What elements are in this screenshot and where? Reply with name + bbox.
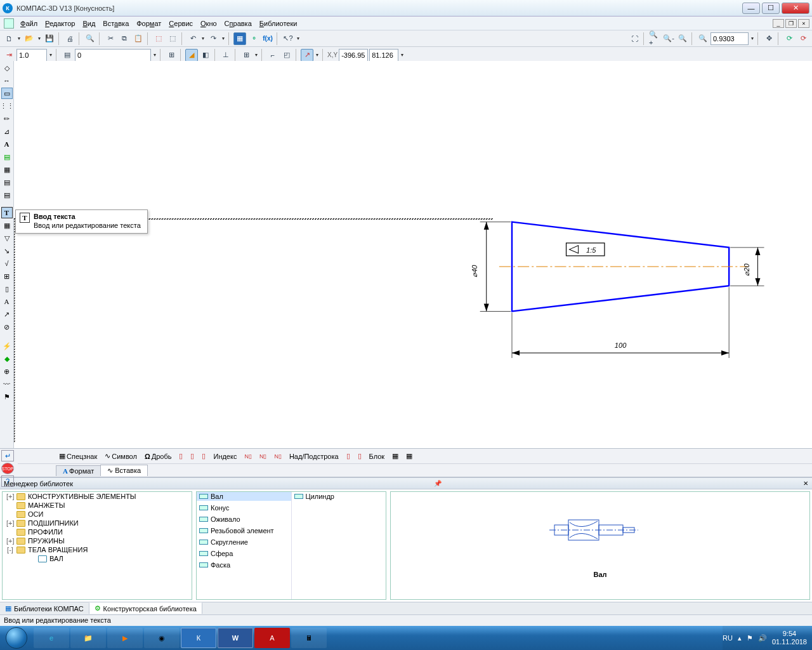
redraw-button[interactable]: ⟳ xyxy=(783,32,796,45)
tree-item[interactable]: ВАЛ xyxy=(3,554,192,563)
mdi-restore[interactable]: ❐ xyxy=(785,19,797,28)
wave-tool-icon[interactable]: 〰 xyxy=(1,378,13,390)
idx-c-icon[interactable]: N▯ xyxy=(271,450,285,463)
save-button[interactable]: 💾 xyxy=(43,32,56,45)
spec-tool-icon[interactable]: ▤ xyxy=(1,176,13,188)
text-input-tool-icon[interactable]: T xyxy=(1,207,13,218)
axis-tool-icon[interactable]: A xyxy=(1,296,13,307)
taskbar-adobe-icon[interactable]: A xyxy=(254,628,290,648)
cut-line-icon[interactable]: ⊘ xyxy=(1,321,13,333)
props-button[interactable]: ⬚ xyxy=(152,32,165,45)
geometry-tool-icon[interactable]: ◇ xyxy=(1,62,13,74)
over-under-button[interactable]: Над/Подстрока xyxy=(286,450,342,463)
rough-tool-icon[interactable]: √ xyxy=(1,258,13,269)
grid-item[interactable]: Резьбовой элемент xyxy=(197,526,291,535)
spec-char-button[interactable]: ▦Спецзнак xyxy=(56,450,100,463)
preview-button[interactable]: 🔍 xyxy=(84,32,96,45)
close-button[interactable]: ✕ xyxy=(782,3,809,14)
zoom-prev-button[interactable]: 🔍 xyxy=(697,32,709,45)
libmgr-close-icon[interactable]: ✕ xyxy=(803,480,808,487)
open-button[interactable]: 📂 xyxy=(23,32,36,45)
grid-item[interactable]: Сфера xyxy=(197,549,291,558)
fx-button[interactable]: f(x) xyxy=(261,32,274,45)
drawing-canvas[interactable]: ⌀40 ⌀20 100 1:5 xyxy=(14,61,812,460)
idx-a-icon[interactable]: N▯ xyxy=(241,450,255,463)
propbar-apply-icon[interactable]: ↵ xyxy=(1,450,14,461)
ortho-button[interactable]: ⌐ xyxy=(266,49,279,62)
tray-lang[interactable]: RU xyxy=(723,634,733,642)
frac-a-icon[interactable]: ▯ xyxy=(176,450,186,463)
vars-button[interactable]: ⚬ xyxy=(247,32,260,45)
step-button[interactable]: ⇥ xyxy=(3,49,15,62)
leader-tool-icon[interactable]: ↘ xyxy=(1,245,13,256)
param-tool-icon[interactable]: ⊿ xyxy=(1,126,13,137)
tree-item[interactable]: [+]КОНСТРУКТИВНЫЕ ЭЛЕМЕНТЫ xyxy=(3,492,192,501)
menu-edit[interactable]: Редактор xyxy=(41,18,79,29)
index-button[interactable]: Индекс xyxy=(210,450,240,463)
report-tool-icon[interactable]: ▤ xyxy=(1,189,13,201)
libtab-kompas[interactable]: ▦Библиотеки КОМПАС xyxy=(0,603,89,614)
mdi-minimize[interactable]: _ xyxy=(773,19,784,28)
tree-item[interactable]: [+]ПОДШИПНИКИ xyxy=(3,519,192,527)
taskbar-kompas-icon[interactable]: К xyxy=(181,628,216,648)
new-button[interactable]: 🗋 xyxy=(3,32,15,45)
perp-button[interactable]: ⊥ xyxy=(219,49,232,62)
coord-y-input[interactable] xyxy=(369,49,398,62)
start-button[interactable] xyxy=(0,626,33,650)
zoom-input[interactable] xyxy=(710,32,749,45)
mdi-doc-icon[interactable] xyxy=(4,18,14,29)
table-tool-icon[interactable]: ▦ xyxy=(1,164,13,175)
menu-window[interactable]: Окно xyxy=(197,18,221,29)
style-input[interactable] xyxy=(75,49,151,62)
text-tool-icon[interactable]: A xyxy=(1,138,13,150)
propbar-stop-icon[interactable]: STOP xyxy=(1,463,14,474)
menu-service[interactable]: Сервис xyxy=(165,18,197,29)
param-button[interactable]: ◧ xyxy=(199,49,212,62)
tray-flag-icon[interactable]: ▴ xyxy=(738,634,742,642)
center-tool-icon[interactable]: ⊕ xyxy=(1,366,13,377)
menu-format[interactable]: Формат xyxy=(133,18,165,29)
propbar-help-icon[interactable]: ? xyxy=(1,475,14,487)
constraint-tool-icon[interactable]: ⋮⋮ xyxy=(1,100,13,112)
tree-item[interactable]: МАНЖЕТЫ xyxy=(3,501,192,510)
libtab-constr[interactable]: ⚙Конструкторская библиотека xyxy=(89,602,202,614)
libmgr-tree[interactable]: [+]КОНСТРУКТИВНЫЕ ЭЛЕМЕНТЫМАНЖЕТЫОСИ[+]П… xyxy=(2,491,192,600)
taskbar-word-icon[interactable]: W xyxy=(218,628,253,648)
maximize-button[interactable]: ☐ xyxy=(762,3,780,14)
pan-button[interactable]: ✥ xyxy=(763,32,775,45)
grid-item[interactable]: Вал xyxy=(197,492,291,501)
stop-tool-icon[interactable]: ◆ xyxy=(1,353,13,364)
snap-button[interactable]: ⊞ xyxy=(165,49,178,62)
block-b-icon[interactable]: ▦ xyxy=(403,450,416,463)
frac-c-icon[interactable]: ▯ xyxy=(199,450,209,463)
menu-help[interactable]: Справка xyxy=(221,18,256,29)
designation-tool-icon[interactable]: ▭ xyxy=(1,88,13,99)
flag-tool-icon[interactable]: ⚑ xyxy=(1,391,13,402)
print-button[interactable]: 🖨 xyxy=(63,32,76,45)
coord-x-input[interactable] xyxy=(339,49,368,62)
grid-item[interactable]: Цилиндр xyxy=(292,492,386,501)
grid-item[interactable]: Конус xyxy=(197,503,291,512)
block-button[interactable]: Блок xyxy=(366,450,388,463)
redo-button[interactable]: ↷ xyxy=(207,32,219,45)
menu-libraries[interactable]: Библиотеки xyxy=(256,18,301,29)
libmgr-button[interactable]: ▦ xyxy=(233,32,246,45)
tray-volume-icon[interactable]: 🔊 xyxy=(758,634,767,642)
zoom-window-button[interactable]: 🔍 xyxy=(676,32,689,45)
zoom-out-button[interactable]: 🔍- xyxy=(662,32,675,45)
tab-insert[interactable]: ∿ Вставка xyxy=(100,465,148,476)
ou-a-icon[interactable]: ▯ xyxy=(343,450,353,463)
idx-b-icon[interactable]: N▯ xyxy=(256,450,270,463)
scale-input[interactable] xyxy=(16,49,47,62)
hatch-tool-icon[interactable]: ▤ xyxy=(1,151,13,162)
copy-button[interactable]: ⧉ xyxy=(118,32,131,45)
round-button[interactable]: ◰ xyxy=(280,49,293,62)
local-cs-button[interactable]: ↗ xyxy=(301,49,313,62)
table-insert-icon[interactable]: ▦ xyxy=(1,220,13,231)
grid-item[interactable]: Фаска xyxy=(197,560,291,569)
datum-tool-icon[interactable]: ▯ xyxy=(1,283,13,295)
layers-button[interactable]: ▤ xyxy=(61,49,74,62)
tree-item[interactable]: ПРОФИЛИ xyxy=(3,527,192,536)
edit-tool-icon[interactable]: ✏ xyxy=(1,113,13,124)
tray-action-icon[interactable]: ⚑ xyxy=(747,634,753,642)
